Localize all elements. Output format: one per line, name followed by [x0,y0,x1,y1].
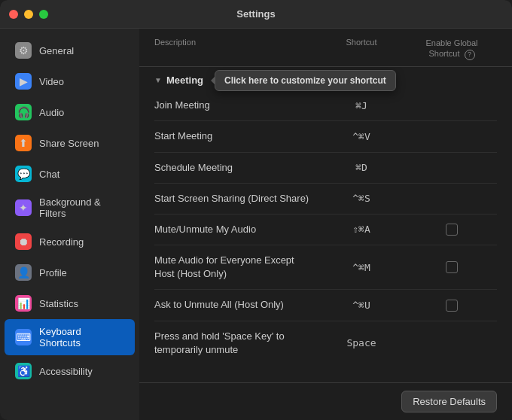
sidebar-item-video[interactable]: ▶Video [5,66,135,96]
shortcut-desc-4: Mute/Unmute My Audio [154,223,316,236]
sidebar-item-accessibility[interactable]: ♿Accessibility [5,356,135,386]
shortcut-key-1: ^⌘V [316,131,407,142]
shortcut-key-5: ^⌘M [316,262,407,273]
section-title: Meeting [166,75,203,86]
shortcuts-scroll-area[interactable]: ▼ Meeting Click here to customize your s… [139,67,512,382]
window-title: Settings [236,8,275,20]
shortcut-desc-6: Ask to Unmute All (Host Only) [154,298,316,312]
general-icon: ⚙ [15,42,32,59]
table-row: Mute Audio for Everyone Except Host (Hos… [154,245,497,290]
shortcut-key-6: ^⌘U [316,300,407,311]
accessibility-icon: ♿ [15,363,32,379]
table-header: Description Shortcut Enable GlobalShortc… [139,29,512,67]
enable-global-checkbox-5[interactable] [446,261,458,273]
restore-defaults-button[interactable]: Restore Defaults [401,391,497,412]
footer: Restore Defaults [139,382,512,420]
shortcut-key-3: ^⌘S [316,193,407,204]
sidebar-label-profile: Profile [39,267,67,278]
profile-icon: 👤 [15,264,32,281]
sidebar: ⚙General▶Video🎧Audio⬆Share Screen💬Chat✦B… [0,29,139,420]
sidebar-label-chat: Chat [39,169,59,180]
sidebar-item-background[interactable]: ✦Background & Filters [5,190,135,226]
tooltip-bubble: Click here to customize your shortcut [215,70,396,91]
section-meeting: ▼ Meeting Click here to customize your s… [154,67,497,90]
chat-icon: 💬 [15,166,32,182]
enable-global-checkbox-4[interactable] [446,224,458,236]
sidebar-item-audio[interactable]: 🎧Audio [5,97,135,127]
recording-icon: ⏺ [15,233,32,250]
shortcut-key-4: ⇧⌘A [316,224,407,235]
sidebar-label-video: Video [39,76,64,87]
sidebar-label-general: General [39,45,74,56]
shortcut-desc-7: Press and hold 'Space Key' to temporaril… [154,330,316,357]
share-screen-icon: ⬆ [15,135,32,151]
sidebar-item-recording[interactable]: ⏺Recording [5,227,135,257]
table-row: Start Meeting^⌘V [154,121,497,152]
enable-global-checkbox-6[interactable] [446,300,458,312]
sidebar-item-chat[interactable]: 💬Chat [5,159,135,189]
background-icon: ✦ [15,199,32,216]
content-area: Description Shortcut Enable GlobalShortc… [139,29,512,420]
shortcut-check-cell-4 [407,224,497,236]
shortcut-desc-3: Start Screen Sharing (Direct Share) [154,192,316,205]
window-controls[interactable] [9,10,48,19]
col-enable-global: Enable GlobalShortcut ? [407,38,497,60]
help-icon[interactable]: ? [465,50,475,60]
shortcut-key-7: Space [316,337,407,348]
col-shortcut: Shortcut [316,38,407,60]
table-row: Press and hold 'Space Key' to temporaril… [154,321,497,365]
shortcut-desc-0: Join Meeting [154,99,316,112]
sidebar-label-audio: Audio [39,107,64,118]
sidebar-label-recording: Recording [39,236,84,248]
sidebar-label-statistics: Statistics [39,298,78,309]
table-row: Ask to Unmute All (Host Only)^⌘U [154,290,497,321]
sidebar-item-keyboard-shortcuts[interactable]: ⌨Keyboard Shortcuts [5,319,135,355]
shortcut-check-cell-6 [407,300,497,312]
shortcut-check-cell-5 [407,261,497,273]
sidebar-label-accessibility: Accessibility [39,366,93,377]
sidebar-item-profile[interactable]: 👤Profile [5,257,135,288]
shortcut-key-2: ⌘D [316,162,407,173]
titlebar: Settings [0,0,512,29]
sidebar-item-share-screen[interactable]: ⬆Share Screen [5,128,135,158]
table-row: Join Meeting⌘J [154,90,497,121]
main-layout: ⚙General▶Video🎧Audio⬆Share Screen💬Chat✦B… [0,29,512,420]
keyboard-shortcuts-icon: ⌨ [15,329,32,345]
minimize-button[interactable] [24,10,33,19]
video-icon: ▶ [15,73,32,90]
shortcut-key-0: ⌘J [316,100,407,111]
chevron-down-icon: ▼ [154,76,162,84]
col-description: Description [154,38,316,60]
audio-icon: 🎧 [15,104,32,120]
sidebar-label-keyboard-shortcuts: Keyboard Shortcuts [39,326,124,348]
sidebar-label-background: Background & Filters [39,196,124,219]
sidebar-label-share-screen: Share Screen [39,138,99,149]
shortcut-desc-2: Schedule Meeting [154,161,316,175]
table-row: Mute/Unmute My Audio⇧⌘A [154,215,497,245]
sidebar-item-general[interactable]: ⚙General [5,35,135,65]
shortcut-desc-1: Start Meeting [154,129,316,143]
sidebar-item-statistics[interactable]: 📊Statistics [5,288,135,318]
shortcut-desc-5: Mute Audio for Everyone Except Host (Hos… [154,254,316,281]
maximize-button[interactable] [39,10,48,19]
statistics-icon: 📊 [15,295,32,312]
table-row: Start Screen Sharing (Direct Share)^⌘S [154,184,497,215]
close-button[interactable] [9,10,18,19]
table-row: Schedule Meeting⌘D [154,153,497,184]
